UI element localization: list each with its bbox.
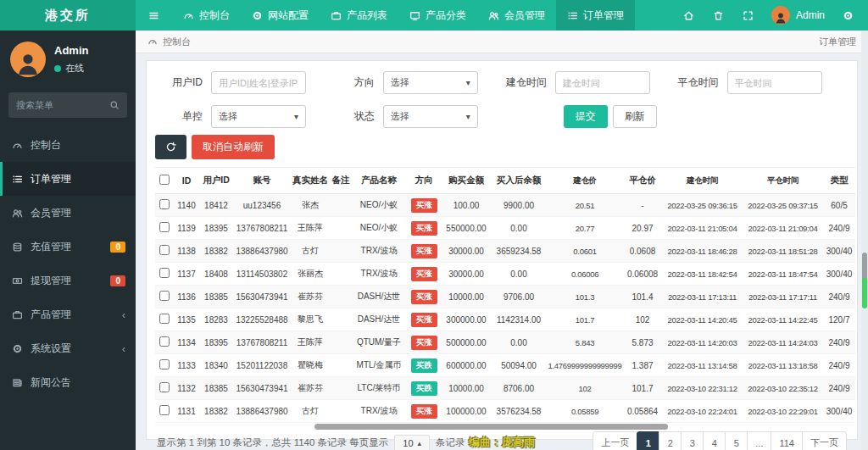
cell-note xyxy=(330,240,352,263)
table-row[interactable]: 1131 18382 13886437980 古灯 TRX/波场 买涨 1000… xyxy=(155,400,855,423)
cell-open-price: 0.06006 xyxy=(547,263,623,286)
watermark-text: 编曲：庞高雨 xyxy=(469,435,535,450)
cell-open-time: 2022-03-10 22:24:01 xyxy=(662,400,743,423)
cell-close-time: 2022-03-11 18:51:28 xyxy=(743,240,823,263)
settings-button[interactable] xyxy=(833,10,863,21)
previous-page-button[interactable]: 上一页 xyxy=(593,431,637,450)
table-row[interactable]: 1132 18385 15630473941 崔苏芬 LTC/莱特币 买跌 10… xyxy=(155,377,855,400)
page-button[interactable]: 2 xyxy=(659,431,682,450)
expand-icon xyxy=(743,10,754,21)
cell-real-name: 王陈萍 xyxy=(291,331,330,354)
page-size-select[interactable]: 10▴ xyxy=(394,435,430,450)
table-row[interactable]: 1136 18385 15630473941 崔苏芬 DASH/达世 买涨 10… xyxy=(155,286,855,308)
cell-close-time: 2022-03-11 14:22:45 xyxy=(743,308,823,331)
table-row[interactable]: 1138 18382 13886437980 古灯 TRX/波场 买涨 3000… xyxy=(155,240,855,263)
table-refresh-button[interactable] xyxy=(155,135,186,159)
page-button-active[interactable]: 1 xyxy=(637,431,659,450)
nav-item-members[interactable]: 会员管理 xyxy=(477,0,556,31)
row-checkbox[interactable] xyxy=(159,199,170,209)
dashboard-icon xyxy=(12,140,23,151)
row-checkbox[interactable] xyxy=(159,314,170,324)
row-checkbox[interactable] xyxy=(159,336,170,347)
sidebar-item-dashboard[interactable]: 控制台 xyxy=(0,128,136,162)
cell-id: 1139 xyxy=(174,217,199,240)
sidebar-item-news[interactable]: 新闻公告 xyxy=(0,365,136,399)
next-page-button[interactable]: 下一页 xyxy=(802,431,847,450)
nav-item-label: 产品列表 xyxy=(347,8,387,23)
sidebar-item-members[interactable]: 会员管理 xyxy=(0,196,136,230)
page-button[interactable]: 3 xyxy=(681,431,704,450)
sidebar-item-settings[interactable]: 系统设置‹ xyxy=(0,331,136,365)
sidebar-item-products[interactable]: 产品管理‹ xyxy=(0,297,136,331)
submit-button[interactable]: 提交 xyxy=(564,105,608,128)
row-checkbox[interactable] xyxy=(159,245,170,255)
nav-item-dashboard[interactable]: 控制台 xyxy=(172,0,241,31)
cell-balance: 0.00 xyxy=(491,217,547,240)
column-header: 产品名称 xyxy=(352,168,406,194)
row-checkbox[interactable] xyxy=(159,382,170,392)
cell-real-name: 古灯 xyxy=(291,240,330,263)
horizontal-scrollbar-thumb[interactable] xyxy=(314,424,668,430)
refresh-button[interactable]: 刷新 xyxy=(613,105,657,128)
cell-type: 240/9 xyxy=(823,331,855,354)
page-button[interactable]: 114 xyxy=(771,431,803,450)
cell-balance: 50094.00 xyxy=(491,354,547,377)
select-all-checkbox[interactable] xyxy=(159,175,170,185)
page-button[interactable]: 5 xyxy=(725,431,748,450)
user-menu[interactable]: Admin xyxy=(763,6,833,25)
cell-product: NEO/小蚁 xyxy=(352,194,406,217)
row-checkbox[interactable] xyxy=(159,291,170,301)
fullscreen-button[interactable] xyxy=(733,10,763,21)
table-row[interactable]: 1140 18412 uu123456 张杰 NEO/小蚁 买涨 100.00 … xyxy=(155,194,855,217)
close-time-input[interactable] xyxy=(727,71,822,94)
table-row[interactable]: 1134 18395 13767808211 王陈萍 QTUM/量子 买涨 50… xyxy=(155,331,855,354)
brand-logo[interactable]: 港交所 xyxy=(0,0,136,31)
table-row[interactable]: 1135 18283 13225528488 黎思飞 DASH/达世 买涨 30… xyxy=(155,308,855,331)
order-control-select[interactable]: 选择▾ xyxy=(211,105,306,128)
nav-item-product-list[interactable]: 产品列表 xyxy=(320,0,398,31)
sidebar-toggle-button[interactable] xyxy=(136,0,172,31)
nav-item-site-config[interactable]: 网站配置 xyxy=(241,0,320,31)
clear-cache-button[interactable] xyxy=(704,10,733,21)
row-checkbox[interactable] xyxy=(159,222,170,232)
nav-item-product-category[interactable]: 产品分类 xyxy=(398,0,477,31)
sidebar: Admin 在线 控制台 订单管理 会员管理 充值管理0 提现管理0 产品管理‹… xyxy=(0,31,136,450)
cell-real-name: 古灯 xyxy=(291,400,330,423)
column-header: 用户ID xyxy=(199,168,233,194)
open-time-input[interactable] xyxy=(555,71,650,94)
cell-product: MTL/金属币 xyxy=(352,354,406,377)
column-header: 真实姓名 xyxy=(291,168,330,194)
home-button[interactable] xyxy=(674,10,704,21)
sidebar-item-withdraw[interactable]: 提现管理0 xyxy=(0,264,136,297)
breadcrumb-current[interactable]: 控制台 xyxy=(163,36,191,48)
cell-amount: 10000.00 xyxy=(442,377,491,400)
sidebar-item-recharge[interactable]: 充值管理0 xyxy=(0,230,136,264)
sidebar-item-orders[interactable]: 订单管理 xyxy=(0,162,136,196)
row-checkbox[interactable] xyxy=(159,405,170,415)
cell-amount: 100.00 xyxy=(442,194,491,217)
user-id-input[interactable] xyxy=(211,71,306,94)
table-row[interactable]: 1137 18408 13114503802 张丽杰 TRX/波场 买涨 300… xyxy=(155,263,855,286)
gear-icon xyxy=(12,343,23,354)
page-button[interactable]: 4 xyxy=(703,431,726,450)
row-checkbox[interactable] xyxy=(159,359,170,369)
direction-select[interactable]: 选择▾ xyxy=(383,71,478,94)
close-time-label: 平仓时间 xyxy=(671,75,727,90)
cell-product: TRX/波场 xyxy=(352,263,406,286)
table-row[interactable]: 1139 18395 13767808211 王陈萍 NEO/小蚁 买涨 550… xyxy=(155,217,855,240)
cancel-auto-refresh-button[interactable]: 取消自动刷新 xyxy=(192,135,275,159)
cell-open-time: 2022-03-10 22:31:12 xyxy=(662,377,743,400)
search-icon[interactable] xyxy=(109,100,120,110)
sidebar-item-label: 会员管理 xyxy=(31,206,71,220)
cell-id: 1135 xyxy=(174,308,199,331)
cell-account: 13114503802 xyxy=(233,263,291,286)
row-checkbox[interactable] xyxy=(159,268,170,278)
page-button[interactable]: ... xyxy=(747,431,771,450)
table-header-row: ID 用户ID 账号 真实姓名 备注 产品名称 方向 购买金额 买入后余额 建仓… xyxy=(155,168,855,194)
vertical-scrollbar-thumb[interactable] xyxy=(862,253,867,308)
status-select[interactable]: 选择▾ xyxy=(383,105,478,128)
nav-item-orders[interactable]: 订单管理 xyxy=(556,0,635,31)
menu-search-input[interactable] xyxy=(16,100,104,110)
table-row[interactable]: 1133 18340 15201122038 瞿晓梅 MTL/金属币 买跌 60… xyxy=(155,354,855,377)
cell-balance: 9900.00 xyxy=(491,194,547,217)
